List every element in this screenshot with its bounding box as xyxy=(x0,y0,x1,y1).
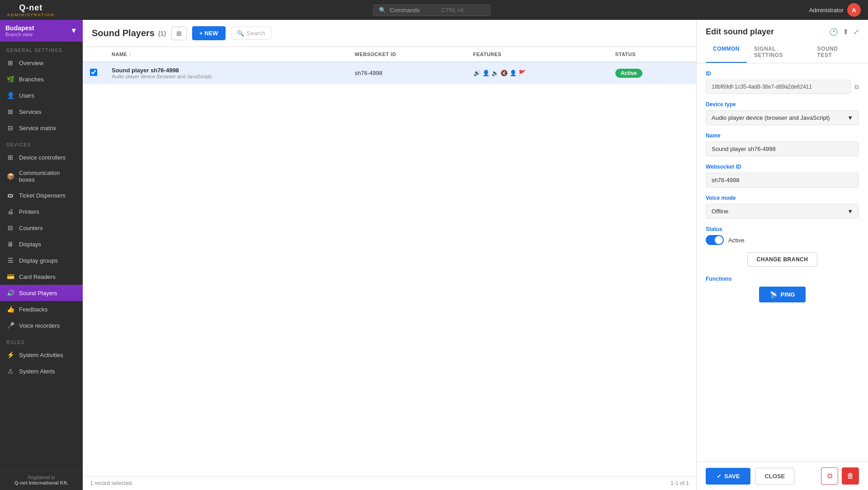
sidebar-item-label: Services xyxy=(19,108,42,115)
voice-recorders-icon: 🎤 xyxy=(6,321,14,330)
content-area: Sound Players (1) ⊞ + NEW 🔍 Search NAME … xyxy=(83,20,696,490)
sidebar-item-voice-recorders[interactable]: 🎤 Voice recorders xyxy=(0,317,83,334)
save-button[interactable]: ✓ SAVE xyxy=(706,468,750,485)
new-button[interactable]: + NEW xyxy=(192,26,226,40)
sidebar-item-label: Overview xyxy=(19,60,43,66)
content-header: Sound Players (1) ⊞ + NEW 🔍 Search xyxy=(83,20,696,47)
status-badge: Active xyxy=(615,69,642,78)
field-group-device-type: Device type Audio player device (browser… xyxy=(706,101,859,125)
tab-common[interactable]: COMMON xyxy=(706,42,747,63)
command-search[interactable]: 🔍 Commands CTRL+K xyxy=(373,5,491,16)
sidebar-item-system-alerts[interactable]: ⚠ System Alerts xyxy=(0,363,83,379)
row-checkbox[interactable] xyxy=(90,69,97,76)
device-name: Sound player sh76-4998 xyxy=(112,67,340,74)
sidebar-item-service-matrix[interactable]: ⊟ Service matrix xyxy=(0,120,83,136)
user-menu[interactable]: Administrator A xyxy=(809,3,861,17)
sidebar-item-card-readers[interactable]: 💳 Card Readers xyxy=(0,269,83,285)
filter-button[interactable]: ⊞ xyxy=(171,27,187,40)
copy-icon[interactable]: ⧉ xyxy=(854,83,859,91)
functions-label: Functions xyxy=(706,276,859,282)
websocket-id-label: Websocket ID xyxy=(706,164,859,170)
panel-footer: ✓ SAVE CLOSE ⧉ 🗑 xyxy=(697,462,868,490)
sidebar-item-label: Display groups xyxy=(19,257,58,264)
sidebar-item-users[interactable]: 👤 Users xyxy=(0,87,83,104)
search-icon: 🔍 xyxy=(379,7,386,14)
sidebar-item-device-controllers[interactable]: ⊞ Device controllers xyxy=(0,149,83,165)
feature-icon-5: 👤 xyxy=(509,70,517,76)
voice-mode-select[interactable]: Offline ▼ xyxy=(706,204,859,219)
logo: Q-net ADMINISTRATION xyxy=(7,3,54,17)
sidebar-item-branches[interactable]: 🌿 Branches xyxy=(0,71,83,87)
websocket-id-value[interactable]: sh76-4998 xyxy=(706,173,859,188)
device-controllers-icon: ⊞ xyxy=(6,153,14,161)
sidebar-item-display-groups[interactable]: ☰ Display groups xyxy=(0,252,83,269)
users-icon: 👤 xyxy=(6,91,14,99)
devices-label: DEVICES xyxy=(0,136,83,149)
ping-button[interactable]: 📡 PING xyxy=(759,287,806,302)
sidebar-item-feedbacks[interactable]: 👍 Feedbacks xyxy=(0,301,83,317)
avatar: A xyxy=(847,3,861,17)
sidebar-item-counters[interactable]: ⊟ Counters xyxy=(0,220,83,236)
ticket-dispensers-icon: 🎟 xyxy=(6,191,14,199)
field-group-id: ID 18bf69df-1c35-4ad8-38e7-d89a2de62411 … xyxy=(706,71,859,94)
sound-players-icon: 🔊 xyxy=(6,289,14,297)
feature-icon-1: 🔊 xyxy=(473,70,481,76)
field-group-change-branch: CHANGE BRANCH xyxy=(706,252,859,267)
field-group-functions: Functions 📡 PING xyxy=(706,276,859,302)
voice-mode-dropdown-icon: ▼ xyxy=(847,208,853,215)
sidebar-item-printers[interactable]: 🖨 Printers xyxy=(0,203,83,220)
sidebar-item-label: Device controllers xyxy=(19,154,66,161)
fullscreen-icon[interactable]: ⤢ xyxy=(853,28,859,36)
sidebar-item-services[interactable]: ⊞ Services xyxy=(0,104,83,120)
change-branch-button[interactable]: CHANGE BRANCH xyxy=(747,252,818,267)
sidebar-item-label: Voice recorders xyxy=(19,322,60,329)
device-type-select[interactable]: Audio player device (browser and JavaScr… xyxy=(706,110,859,125)
duplicate-button[interactable]: ⧉ xyxy=(821,467,838,485)
tab-signal-settings[interactable]: SIGNAL SETTINGS xyxy=(747,42,810,63)
sidebar-item-label: Service matrix xyxy=(19,125,56,132)
logo-text: Q-net xyxy=(19,3,42,13)
panel-body: ID 18bf69df-1c35-4ad8-38e7-d89a2de62411 … xyxy=(697,63,868,462)
branch-selector[interactable]: Budapest Branch view ▼ xyxy=(0,20,83,42)
delete-button[interactable]: 🗑 xyxy=(842,467,859,485)
col-websocket: WEBSOCKET ID xyxy=(348,47,466,62)
sidebar-item-displays[interactable]: 🖥 Displays xyxy=(0,236,83,252)
name-label: Name xyxy=(706,132,859,139)
selection-info: 1 record selected. xyxy=(90,480,133,486)
feature-icon-3: 🔈 xyxy=(491,70,499,76)
voice-mode-value: Offline xyxy=(712,208,728,215)
feature-icons: 🔊 👤 🔈 🔇 👤 🚩 xyxy=(473,70,601,76)
device-type-label: Device type xyxy=(706,101,859,108)
topbar: Q-net ADMINISTRATION 🔍 Commands CTRL+K A… xyxy=(0,0,868,20)
sidebar-item-label: Printers xyxy=(19,208,39,215)
history-icon[interactable]: 🕐 xyxy=(829,28,838,36)
rules-label: RULES xyxy=(0,334,83,347)
sidebar-item-sound-players[interactable]: 🔊 Sound Players xyxy=(0,285,83,301)
sidebar-item-ticket-dispensers[interactable]: 🎟 Ticket Dispensers xyxy=(0,187,83,203)
share-icon[interactable]: ⬆ xyxy=(843,28,849,36)
sort-arrow: ↑ xyxy=(129,52,132,57)
printers-icon: 🖨 xyxy=(6,207,14,216)
sidebar-item-overview[interactable]: ⊞ Overview xyxy=(0,55,83,71)
displays-icon: 🖥 xyxy=(6,240,14,248)
tab-sound-test[interactable]: SOUND TEST xyxy=(810,42,859,63)
sidebar-item-label: Card Readers xyxy=(19,273,56,280)
toggle-label: Active xyxy=(728,237,744,244)
sidebar-item-communication-boxes[interactable]: 📦 Communication boxes xyxy=(0,165,83,187)
user-name: Administrator xyxy=(809,7,844,14)
status-toggle[interactable] xyxy=(706,235,724,245)
sidebar-item-label: Ticket Dispensers xyxy=(19,192,66,199)
panel-actions: 🕐 ⬆ ⤢ xyxy=(829,28,859,36)
col-name: NAME ↑ xyxy=(104,47,348,62)
footer-registered: Registered to xyxy=(6,475,76,480)
search-box[interactable]: 🔍 Search xyxy=(231,27,271,40)
close-button[interactable]: CLOSE xyxy=(755,468,794,485)
data-table: NAME ↑ WEBSOCKET ID FEATURES STATUS Soun… xyxy=(83,47,696,84)
table-row[interactable]: Sound player sh76-4998 Audio player devi… xyxy=(83,62,696,84)
name-value[interactable]: Sound player sh76-4998 xyxy=(706,141,859,156)
id-row: 18bf69df-1c35-4ad8-38e7-d89a2de62411 ⧉ xyxy=(706,80,859,94)
communication-boxes-icon: 📦 xyxy=(6,172,14,180)
page-title-text: Sound Players xyxy=(92,28,155,38)
feature-icon-2: 👤 xyxy=(482,70,490,76)
sidebar-item-system-activities[interactable]: ⚡ System Activities xyxy=(0,347,83,363)
